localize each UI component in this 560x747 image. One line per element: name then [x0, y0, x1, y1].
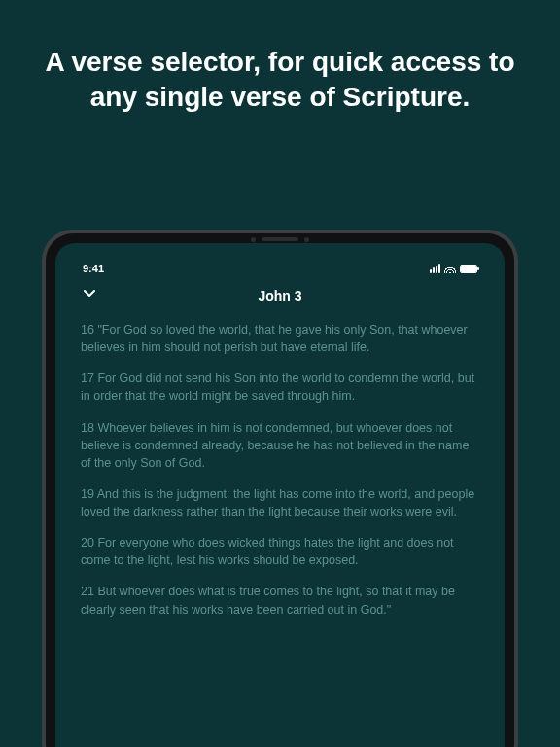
verse-item[interactable]: 17 For God did not send his Son into the… — [81, 370, 479, 405]
verse-list: 16 "For God so loved the world, that he … — [77, 321, 483, 619]
nav-bar: John 3 — [77, 284, 483, 321]
marketing-headline: A verse selector, for quick access to an… — [0, 0, 560, 116]
status-bar: 9:41 — [77, 261, 483, 284]
wifi-icon — [444, 265, 456, 273]
chevron-down-icon — [83, 286, 96, 300]
verse-item[interactable]: 16 "For God so loved the world, that he … — [81, 321, 479, 356]
verse-item[interactable]: 20 For everyone who does wicked things h… — [81, 534, 479, 569]
back-button[interactable] — [83, 286, 96, 300]
verse-item[interactable]: 19 And this is the judgment: the light h… — [81, 485, 479, 520]
tablet-bezel: 9:41 John 3 16 "For God s — [46, 233, 514, 747]
status-time: 9:41 — [83, 263, 104, 274]
verse-item[interactable]: 18 Whoever believes in him is not condem… — [81, 419, 479, 472]
status-right — [430, 264, 477, 273]
page-title: John 3 — [258, 288, 301, 303]
speaker-cluster — [222, 236, 338, 242]
battery-icon — [460, 265, 477, 273]
cellular-icon — [430, 264, 440, 273]
verse-item[interactable]: 21 But whoever does what is true comes t… — [81, 583, 479, 618]
tablet-frame: 9:41 John 3 16 "For God s — [42, 230, 518, 747]
tablet-screen: 9:41 John 3 16 "For God s — [55, 243, 505, 747]
